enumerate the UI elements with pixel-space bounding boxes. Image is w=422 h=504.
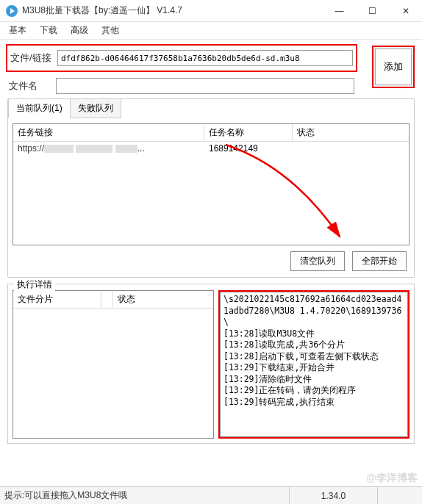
file-link-label: 文件/链接 — [10, 51, 57, 65]
queue-tabs: 当前队列(1) 失败队列 — [8, 98, 414, 118]
watermark: @李洋博客 — [366, 472, 418, 485]
tab-failed-queue[interactable]: 失败队列 — [70, 98, 121, 118]
queue-row[interactable]: https:// ... 1689142149 — [13, 142, 409, 155]
menu-download[interactable]: 下载 — [40, 24, 57, 37]
slice-header: 文件分片 状态 — [13, 291, 213, 309]
col-task-link[interactable]: 任务链接 — [13, 124, 204, 141]
queue-header: 任务链接 任务名称 状态 — [13, 124, 409, 142]
add-button[interactable]: 添加 — [375, 48, 412, 85]
cell-status — [293, 142, 409, 155]
start-all-button[interactable]: 全部开始 — [352, 251, 407, 271]
col-file-slice[interactable]: 文件分片 — [13, 291, 101, 308]
minimize-button[interactable]: — — [323, 0, 356, 22]
log-output[interactable]: \s2021022145c817692a61664cd023eaad41adbd… — [220, 292, 408, 437]
menubar: 基本 下载 高级 其他 — [0, 22, 422, 40]
log-highlight: \s2021022145c817692a61664cd023eaad41adbd… — [218, 290, 410, 439]
exec-body: 文件分片 状态 \s2021022145c817692a61664cd023ea… — [12, 290, 410, 439]
queue-body: 任务链接 任务名称 状态 https:// ... 1689142149 清空队… — [8, 119, 414, 275]
clear-queue-button[interactable]: 清空队列 — [290, 251, 345, 271]
filename-input[interactable] — [56, 78, 354, 94]
statusbar: 提示:可以直接拖入M3U8文件哦 1.34.0 — [0, 486, 422, 504]
window-title: M3U8批量下载器【by:逍遥一仙】 V1.4.7 — [22, 4, 182, 17]
cell-name: 1689142149 — [204, 142, 293, 155]
col-task-name[interactable]: 任务名称 — [204, 124, 293, 141]
col-slice-status[interactable]: 状态 — [113, 291, 213, 308]
input-section: 文件/链接 添加 文件名 — [0, 40, 422, 98]
cell-link: https:// ... — [13, 142, 204, 155]
menu-advanced[interactable]: 高级 — [71, 24, 88, 37]
menu-other[interactable]: 其他 — [101, 24, 119, 37]
status-version: 1.34.0 — [290, 487, 378, 504]
slice-table: 文件分片 状态 — [12, 290, 214, 439]
exec-section: 执行详情 文件分片 状态 \s2021022145c817692a61664cd… — [7, 284, 415, 444]
app-icon — [6, 5, 18, 17]
col-status[interactable]: 状态 — [293, 124, 409, 141]
titlebar: M3U8批量下载器【by:逍遥一仙】 V1.4.7 — ☐ ✕ — [0, 0, 422, 22]
file-link-row: 文件/链接 — [6, 44, 357, 72]
queue-table: 任务链接 任务名称 状态 https:// ... 1689142149 — [12, 123, 410, 245]
col-spacer — [101, 291, 113, 308]
queue-section: 当前队列(1) 失败队列 任务链接 任务名称 状态 https:// ... 1… — [7, 98, 415, 278]
filename-row: 文件名 — [6, 72, 416, 98]
exec-legend: 执行详情 — [14, 278, 55, 291]
window-controls: — ☐ ✕ — [323, 0, 422, 22]
close-button[interactable]: ✕ — [389, 0, 422, 22]
status-empty — [378, 487, 422, 504]
status-tip: 提示:可以直接拖入M3U8文件哦 — [0, 487, 290, 504]
menu-basic[interactable]: 基本 — [9, 24, 26, 37]
add-button-highlight: 添加 — [372, 46, 415, 88]
file-link-input[interactable] — [57, 50, 353, 66]
tab-current-queue[interactable]: 当前队列(1) — [8, 98, 71, 118]
maximize-button[interactable]: ☐ — [356, 0, 389, 22]
filename-label: 文件名 — [9, 79, 56, 93]
queue-buttons: 清空队列 全部开始 — [12, 245, 410, 271]
